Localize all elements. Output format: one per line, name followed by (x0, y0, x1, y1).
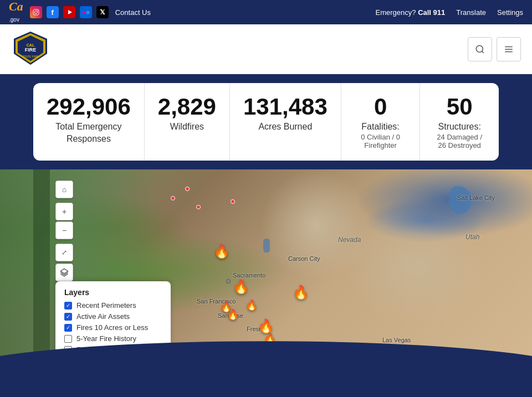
fire-dot-4 (231, 199, 235, 204)
svg-rect-0 (33, 9, 39, 15)
structures-label: Structures: (433, 122, 485, 132)
header-controls (468, 37, 521, 61)
top-nav-left: Ca.gov f 𝕏 Contact Us (9, 1, 151, 24)
map-zoom-in-button[interactable]: + (55, 203, 73, 220)
fire-marker-4: 🔥 (227, 308, 239, 321)
map-layers-button[interactable] (55, 264, 73, 281)
wildfires-label: Wildfires (158, 122, 216, 132)
search-button[interactable] (468, 37, 492, 61)
region-utah: Utah (466, 233, 479, 241)
map-controls: ⌂ + − ⤢ (55, 181, 73, 281)
youtube-icon[interactable] (63, 6, 75, 18)
layer-item-1[interactable]: Active Air Assets (64, 312, 162, 321)
structures-sublabel: 24 Damaged / 26 Destroyed (433, 133, 485, 149)
layer-label-1: Active Air Assets (76, 312, 130, 321)
svg-point-2 (37, 11, 38, 12)
wildfires-number: 2,829 (158, 94, 216, 120)
fire-marker-7: 🔥 (258, 318, 274, 334)
fire-marker-5: 🔥 (245, 299, 258, 311)
layer-checkbox-3[interactable] (64, 335, 72, 343)
fire-marker-6: 🔥 (293, 285, 309, 300)
ca-gov-logo[interactable]: Ca.gov (9, 1, 23, 24)
region-nevada: Nevada (338, 236, 361, 244)
layer-item-0[interactable]: Recent Perimeters (64, 301, 162, 310)
top-navigation: Ca.gov f 𝕏 Contact Us Emergency? Call 91… (0, 0, 532, 24)
city-carson: Carson City (288, 255, 320, 262)
fire-dot-1 (185, 187, 190, 191)
acres-burned-number: 131,483 (243, 94, 328, 120)
map-section[interactable]: Salt Lake City Carson City Nevada Utah S… (0, 169, 532, 374)
layers-title: Layers (64, 288, 162, 297)
social-icons: f 𝕏 (30, 6, 109, 18)
fire-marker-2: 🔥 (233, 279, 249, 295)
stats-section: 292,906 Total Emergency Responses 2,829 … (0, 74, 532, 169)
emergency-text: Emergency? Call 911 (376, 8, 446, 17)
structures-number: 50 (433, 94, 485, 120)
fatalities-number: 0 (355, 94, 407, 120)
svg-line-11 (482, 51, 483, 53)
top-nav-right: Emergency? Call 911 Translate Settings (376, 8, 523, 17)
translate-link[interactable]: Translate (456, 8, 486, 17)
layer-label-2: Fires 10 Acres or Less (76, 323, 148, 332)
fire-dot-2 (171, 196, 175, 200)
fire-dot-3 (196, 205, 201, 209)
stat-acres-burned: 131,483 Acres Burned (230, 83, 341, 161)
total-responses-label: Total Emergency (47, 122, 131, 132)
stat-structures: 50 Structures: 24 Damaged / 26 Destroyed (420, 83, 499, 161)
header-bar: CAL FIRE STATE FIRE (0, 24, 532, 74)
stat-wildfires: 2,829 Wildfires (145, 83, 230, 161)
emergency-number[interactable]: Call 911 (418, 8, 445, 17)
instagram-icon[interactable] (30, 6, 42, 18)
location-pin (226, 279, 231, 283)
layer-label-3: 5-Year Fire History (76, 334, 136, 343)
total-responses-number: 292,906 (47, 94, 131, 120)
cal-fire-logo[interactable]: CAL FIRE STATE FIRE (11, 29, 50, 70)
fatalities-label: Fatalities: (355, 122, 407, 132)
contact-us-link[interactable]: Contact Us (115, 8, 151, 17)
svg-marker-3 (68, 10, 72, 14)
facebook-icon[interactable]: f (47, 6, 59, 18)
twitter-x-icon[interactable]: 𝕏 (96, 6, 109, 18)
total-responses-label2: Responses (47, 134, 131, 144)
acres-burned-label: Acres Burned (243, 122, 328, 132)
svg-point-1 (34, 11, 37, 14)
map-home-button[interactable]: ⌂ (55, 181, 73, 198)
city-las-vegas: Las Vegas (382, 337, 411, 343)
layer-checkbox-2[interactable] (64, 324, 72, 332)
layer-item-2[interactable]: Fires 10 Acres or Less (64, 323, 162, 332)
svg-text:CAL: CAL (27, 43, 35, 47)
menu-button[interactable] (497, 37, 521, 61)
stat-fatalities: 0 Fatalities: 0 Civilian / 0 Firefighter (341, 83, 421, 161)
svg-text:STATE FIRE: STATE FIRE (23, 55, 39, 58)
layer-label-0: Recent Perimeters (76, 301, 136, 310)
stats-card: 292,906 Total Emergency Responses 2,829 … (33, 83, 499, 161)
map-zoom-out-button[interactable]: − (55, 221, 73, 239)
settings-link[interactable]: Settings (497, 8, 523, 17)
map-fullscreen-button[interactable]: ⤢ (55, 244, 73, 261)
city-sacramento: Sacramento (233, 272, 265, 279)
layer-checkbox-1[interactable] (64, 313, 72, 321)
city-salt-lake: Salt Lake City (457, 194, 495, 201)
flickr-icon[interactable] (80, 6, 92, 18)
layer-item-3[interactable]: 5-Year Fire History (64, 334, 162, 343)
fatalities-sublabel: 0 Civilian / 0 Firefighter (355, 133, 407, 149)
fire-marker-1: 🔥 (213, 244, 230, 259)
svg-point-10 (476, 45, 483, 52)
stat-total-responses: 292,906 Total Emergency Responses (33, 83, 145, 161)
svg-text:FIRE: FIRE (25, 47, 37, 53)
layer-checkbox-0[interactable] (64, 302, 72, 310)
